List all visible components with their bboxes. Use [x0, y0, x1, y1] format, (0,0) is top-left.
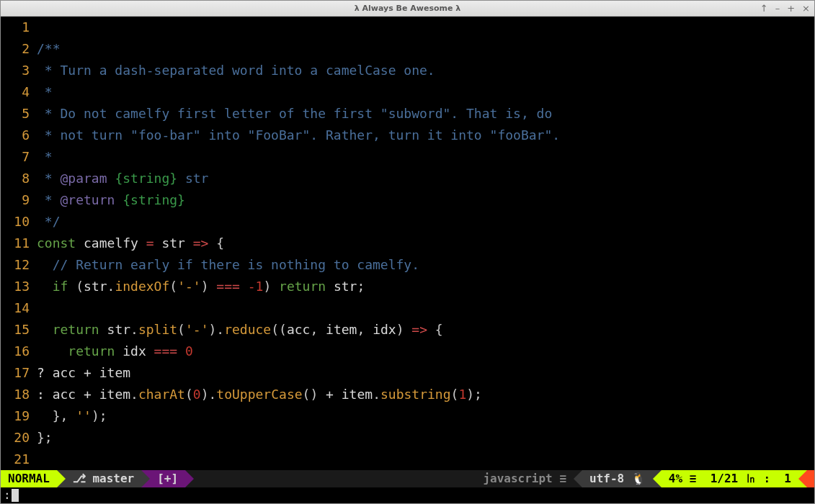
terminal[interactable]: 123456789101112131415161718192021 /** * …	[1, 17, 814, 503]
filetype-segment: javascript ≡	[476, 470, 574, 487]
code-line[interactable]: * Do not camelfy first letter of the fir…	[37, 103, 811, 125]
cmd-prompt: :	[4, 487, 11, 503]
mode-segment: NORMAL	[1, 470, 57, 487]
code-line[interactable]	[37, 17, 811, 38]
command-line[interactable]: :	[1, 487, 814, 503]
code-line[interactable]: : acc + item.charAt(0).toUpperCase() + i…	[37, 384, 811, 405]
modified-flag: [+]	[157, 470, 178, 487]
separator-icon	[574, 470, 582, 487]
line-number: 8	[1, 168, 30, 189]
window-controls: ↑ – + ×	[760, 3, 810, 14]
code-line[interactable]: if (str.indexOf('-') === -1) return str;	[37, 276, 811, 297]
lineinfo-text: 1/21	[711, 470, 739, 487]
window-close-icon[interactable]: ×	[802, 3, 810, 14]
line-number: 1	[1, 17, 30, 38]
line-number: 16	[1, 341, 30, 362]
window-title: λ Always Be Awesome λ	[355, 4, 461, 13]
line-number: 13	[1, 276, 30, 297]
cursor-icon	[12, 489, 19, 502]
window-up-icon[interactable]: ↑	[760, 3, 768, 14]
separator-icon	[185, 470, 194, 487]
app-window: λ Always Be Awesome λ ↑ – + × 1234567891…	[0, 0, 815, 504]
code-line[interactable]	[37, 297, 811, 319]
filetype-icon: ≡	[559, 470, 566, 487]
code-line[interactable]: * Turn a dash-separated word into a came…	[37, 60, 811, 81]
filetype-text: javascript	[483, 470, 552, 487]
titlebar[interactable]: λ Always Be Awesome λ ↑ – + ×	[1, 1, 814, 17]
code-line[interactable]: * @param {string} str	[37, 168, 811, 189]
line-number: 2	[1, 38, 30, 60]
code-line[interactable]: // Return early if there is nothing to c…	[37, 254, 811, 276]
code-area[interactable]: /** * Turn a dash-separated word into a …	[37, 17, 811, 470]
percent-text: 4%	[669, 470, 682, 487]
encoding-text: utf-8	[589, 470, 624, 487]
position-segment: 4% ≡ 1/21 ㏑ : 1	[662, 470, 798, 487]
percent-icon: ≡	[690, 470, 697, 487]
separator-icon	[653, 470, 662, 487]
statusline-spacer	[194, 470, 476, 487]
code-line[interactable]: }, '');	[37, 405, 811, 427]
separator-icon	[141, 470, 150, 487]
branch-name: master	[92, 470, 134, 487]
code-line[interactable]: *	[37, 146, 811, 168]
line-number: 14	[1, 297, 30, 319]
code-line[interactable]: * @return {string}	[37, 189, 811, 211]
separator-icon	[798, 470, 807, 487]
ln-icon: ㏑	[745, 470, 757, 487]
line-number: 11	[1, 233, 30, 254]
code-line[interactable]: *	[37, 81, 811, 103]
line-number-gutter: 123456789101112131415161718192021	[1, 17, 34, 470]
line-number: 15	[1, 319, 30, 341]
col-sep: :	[763, 470, 770, 487]
code-line[interactable]: ? acc + item	[37, 362, 811, 384]
window-max-icon[interactable]: +	[787, 3, 795, 14]
branch-icon: ⎇	[73, 470, 86, 487]
line-number: 10	[1, 211, 30, 233]
line-number: 12	[1, 254, 30, 276]
line-number: 21	[1, 449, 30, 470]
window-min-icon[interactable]: –	[775, 3, 780, 14]
line-number: 4	[1, 81, 30, 103]
line-number: 6	[1, 125, 30, 146]
line-number: 20	[1, 427, 30, 449]
code-line[interactable]: * not turn "foo-bar" into "FooBar". Rath…	[37, 125, 811, 146]
line-number: 9	[1, 189, 30, 211]
code-line[interactable]: const camelfy = str => {	[37, 233, 811, 254]
code-line[interactable]: return str.split('-').reduce((acc, item,…	[37, 319, 811, 341]
line-number: 17	[1, 362, 30, 384]
code-line[interactable]: };	[37, 427, 811, 449]
separator-icon	[57, 470, 66, 487]
code-line[interactable]: */	[37, 211, 811, 233]
col-text: 1	[784, 470, 791, 487]
line-number: 5	[1, 103, 30, 125]
branch-segment: ⎇ master	[66, 470, 141, 487]
code-line[interactable]: return idx === 0	[37, 341, 811, 362]
statusline: NORMAL ⎇ master [+] javascript ≡ utf-8 🐧	[1, 470, 814, 487]
mode-text: NORMAL	[8, 470, 50, 487]
line-number: 19	[1, 405, 30, 427]
warning-segment	[807, 470, 814, 487]
code-line[interactable]	[37, 449, 811, 470]
os-icon: 🐧	[631, 470, 646, 487]
line-number: 18	[1, 384, 30, 405]
line-number: 7	[1, 146, 30, 168]
code-line[interactable]: /**	[37, 38, 811, 60]
encoding-segment: utf-8 🐧	[582, 470, 653, 487]
line-number: 3	[1, 60, 30, 81]
modified-segment: [+]	[150, 470, 185, 487]
